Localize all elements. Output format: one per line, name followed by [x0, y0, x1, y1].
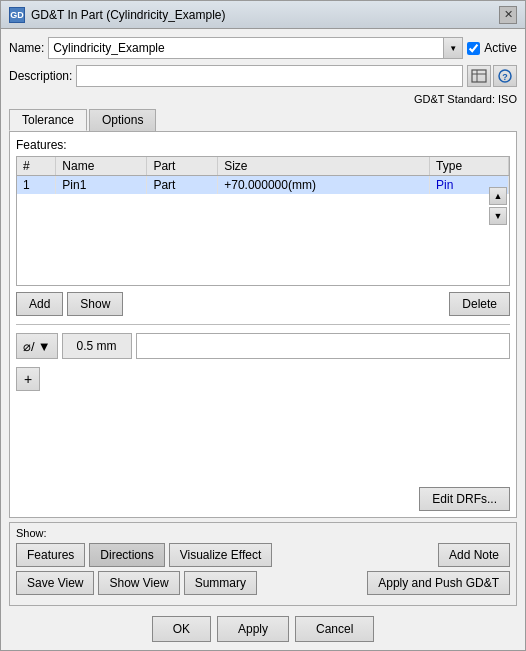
cell-num: 1: [17, 176, 56, 195]
show-view-btn[interactable]: Show View: [98, 571, 179, 595]
window-icon: GD: [9, 7, 25, 23]
help-icon: ?: [497, 69, 513, 83]
name-row: Name: ▼ Active: [9, 37, 517, 59]
title-bar: GD GD&T In Part (Cylindricity_Example) ✕: [1, 1, 525, 29]
description-icon-btn1[interactable]: [467, 65, 491, 87]
tolerance-symbol: ⌀/: [23, 339, 35, 354]
summary-btn[interactable]: Summary: [184, 571, 257, 595]
svg-rect-0: [472, 70, 486, 82]
cell-size: +70.000000(mm): [218, 176, 430, 195]
name-dropdown-btn[interactable]: ▼: [443, 37, 463, 59]
sort-down-btn[interactable]: ▼: [489, 207, 507, 225]
tabs-container: Tolerance Options Features: # Name Par: [9, 109, 517, 518]
table-header-row: # Name Part Size Type: [17, 157, 509, 176]
col-header-num: #: [17, 157, 56, 176]
col-header-size: Size: [218, 157, 430, 176]
features-table: # Name Part Size Type 1 Pin1: [17, 157, 509, 194]
tolerance-row: ⌀/ ▼ 0.5 mm: [16, 333, 510, 359]
col-header-type: Type: [430, 157, 509, 176]
show-buttons-row2: Save View Show View Summary Apply and Pu…: [16, 571, 510, 595]
name-label: Name:: [9, 41, 44, 55]
tolerance-dropdown-arrow: ▼: [38, 339, 51, 354]
gdt-standard: GD&T Standard: ISO: [9, 93, 517, 105]
plus-button[interactable]: +: [16, 367, 40, 391]
col-header-part: Part: [147, 157, 218, 176]
sort-arrows: ▲ ▼: [489, 187, 507, 225]
show-buttons-row1: Features Directions Visualize Effect Add…: [16, 543, 510, 567]
edit-drfs-button[interactable]: Edit DRFs...: [419, 487, 510, 511]
tolerance-symbol-btn[interactable]: ⌀/ ▼: [16, 333, 58, 359]
description-icon-btn2[interactable]: ?: [493, 65, 517, 87]
features-table-container: # Name Part Size Type 1 Pin1: [16, 156, 510, 286]
show-section-label: Show:: [16, 527, 510, 539]
tolerance-extra-field: [136, 333, 511, 359]
features-show-btn[interactable]: Features: [16, 543, 85, 567]
edit-drfs-row: Edit DRFs...: [16, 487, 510, 511]
tab-options[interactable]: Options: [89, 109, 156, 131]
show-feature-button[interactable]: Show: [67, 292, 123, 316]
sort-up-btn[interactable]: ▲: [489, 187, 507, 205]
tab-tolerance[interactable]: Tolerance: [9, 109, 87, 131]
tolerance-tab-inner: Features: # Name Part Size Type: [10, 132, 516, 517]
visualize-effect-btn[interactable]: Visualize Effect: [169, 543, 273, 567]
cancel-button[interactable]: Cancel: [295, 616, 374, 642]
active-checkbox-row: Active: [467, 41, 517, 55]
description-row: Description: ?: [9, 65, 517, 87]
dialog-content: Name: ▼ Active Description:: [1, 29, 525, 650]
divider1: [16, 324, 510, 325]
title-bar-left: GD GD&T In Part (Cylindricity_Example): [9, 7, 226, 23]
delete-button[interactable]: Delete: [449, 292, 510, 316]
col-header-name: Name: [56, 157, 147, 176]
close-button[interactable]: ✕: [499, 6, 517, 24]
features-label: Features:: [16, 138, 510, 152]
window-title: GD&T In Part (Cylindricity_Example): [31, 8, 226, 22]
feature-buttons-row: Add Show Delete: [16, 292, 510, 316]
apply-button[interactable]: Apply: [217, 616, 289, 642]
table-icon: [471, 69, 487, 83]
table-row[interactable]: 1 Pin1 Part +70.000000(mm) Pin: [17, 176, 509, 195]
bottom-buttons: OK Apply Cancel: [9, 616, 517, 642]
show-section: Show: Features Directions Visualize Effe…: [9, 522, 517, 606]
tolerance-value[interactable]: 0.5 mm: [62, 333, 132, 359]
name-input[interactable]: [48, 37, 443, 59]
description-label: Description:: [9, 69, 72, 83]
description-icons: ?: [467, 65, 517, 87]
svg-text:?: ?: [502, 72, 508, 82]
cell-name: Pin1: [56, 176, 147, 195]
ok-button[interactable]: OK: [152, 616, 211, 642]
cell-part: Part: [147, 176, 218, 195]
add-note-btn[interactable]: Add Note: [438, 543, 510, 567]
active-label: Active: [484, 41, 517, 55]
description-input[interactable]: [76, 65, 463, 87]
name-dropdown: ▼: [48, 37, 463, 59]
tab-bar: Tolerance Options: [9, 109, 517, 131]
apply-push-gdt-btn[interactable]: Apply and Push GD&T: [367, 571, 510, 595]
main-window: GD GD&T In Part (Cylindricity_Example) ✕…: [0, 0, 526, 651]
add-button[interactable]: Add: [16, 292, 63, 316]
save-view-btn[interactable]: Save View: [16, 571, 94, 595]
tab-content-area: Features: # Name Part Size Type: [9, 131, 517, 518]
spacer: [16, 391, 510, 483]
active-checkbox[interactable]: [467, 42, 480, 55]
directions-show-btn[interactable]: Directions: [89, 543, 164, 567]
